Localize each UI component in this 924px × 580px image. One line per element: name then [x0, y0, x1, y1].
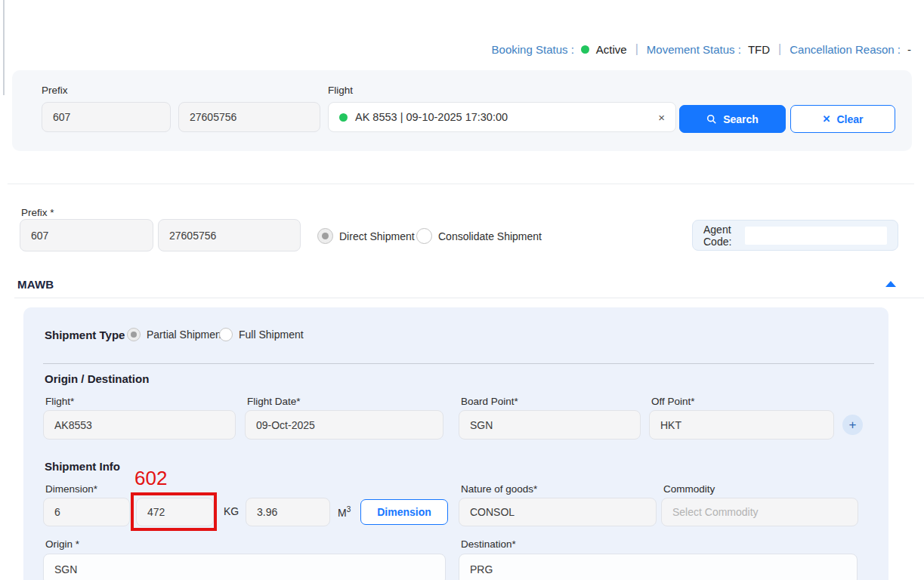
radio-unselected-icon [219, 328, 233, 341]
flight-select-value: AK 8553 | 09-10-2025 17:30:00 [355, 111, 508, 123]
flight-date-label: Flight Date* [247, 396, 301, 407]
search-flight-label: Flight [328, 85, 353, 96]
search-button-label: Search [723, 113, 759, 125]
consolidate-shipment-label: Consolidate Shipment [438, 230, 542, 242]
search-icon [706, 114, 717, 125]
shipment-type-label: Shipment Type [45, 329, 125, 341]
radio-unselected-icon [416, 228, 432, 244]
agent-code-label: Agent Code: [703, 224, 739, 248]
movement-status-label: Movement Status : [647, 43, 741, 56]
dimension-button-label: Dimension [377, 506, 431, 518]
booking-status-bar: Booking Status : Active | Movement Statu… [492, 42, 911, 56]
search-panel: Prefix Flight AK 8553 | 09-10-2025 17:30… [12, 70, 912, 151]
flight-date-input[interactable] [245, 410, 443, 440]
clear-icon: ✕ [823, 113, 831, 125]
origin-input[interactable] [43, 554, 446, 580]
collapse-up-icon[interactable] [885, 281, 896, 287]
dimension-button[interactable]: Dimension [360, 499, 448, 525]
nature-of-goods-label: Nature of goods* [461, 483, 537, 495]
booking-status-dot-icon [581, 45, 589, 54]
agent-code-input[interactable] [745, 227, 887, 245]
off-point-input[interactable] [649, 410, 834, 440]
shipment-info-heading: Shipment Info [45, 460, 120, 473]
destination-input[interactable] [459, 554, 858, 580]
status-separator: | [777, 42, 783, 56]
search-prefix-number-input[interactable] [178, 102, 320, 132]
section-divider [8, 184, 914, 184]
clear-button-label: Clear [836, 113, 863, 125]
full-shipment-radio[interactable]: Full Shipment [219, 328, 304, 341]
weight-input[interactable] [136, 498, 214, 526]
board-point-label: Board Point* [461, 396, 518, 407]
flight-input[interactable] [43, 410, 236, 440]
direct-shipment-label: Direct Shipment [339, 230, 415, 242]
origin-destination-heading: Origin / Destination [45, 372, 149, 385]
cancellation-reason-label: Cancellation Reason : [790, 43, 901, 56]
full-shipment-label: Full Shipment [239, 329, 304, 341]
board-point-input[interactable] [459, 410, 641, 440]
search-button[interactable]: Search [679, 105, 786, 133]
page-edge-line [3, 0, 5, 95]
search-prefix-label: Prefix [42, 85, 68, 96]
add-route-button[interactable]: + [842, 415, 863, 435]
mawb-section-title: MAWB [17, 278, 54, 291]
direct-shipment-radio[interactable]: Direct Shipment [317, 228, 415, 244]
weight-unit-label: KG [224, 505, 239, 517]
awb-prefix-label: Prefix * [21, 207, 54, 218]
partial-shipment-label: Partial Shipment [147, 329, 224, 341]
mawb-panel: Shipment Type Partial Shipment Full Ship… [23, 307, 888, 580]
cancellation-reason-value: - [907, 43, 911, 56]
booking-status-value: Active [596, 43, 627, 56]
commodity-select[interactable] [661, 498, 858, 526]
partial-shipment-radio[interactable]: Partial Shipment [127, 328, 224, 341]
volume-input[interactable] [246, 498, 330, 526]
radio-selected-icon [317, 228, 333, 244]
awb-prefix-code-input[interactable] [20, 219, 153, 251]
flight-select[interactable]: AK 8553 | 09-10-2025 17:30:00 × [328, 102, 676, 132]
mawb-header-divider [14, 298, 924, 298]
consolidate-shipment-radio[interactable]: Consolidate Shipment [416, 228, 542, 244]
commodity-label: Commodity [663, 483, 715, 495]
volume-unit-label: M3 [338, 505, 351, 519]
pieces-input[interactable] [43, 498, 130, 526]
destination-label: Destination* [461, 538, 516, 550]
agent-code-box: Agent Code: [692, 220, 898, 251]
clear-button[interactable]: ✕ Clear [790, 105, 895, 133]
dimension-label: Dimension* [45, 483, 97, 495]
flight-status-dot-icon [339, 113, 348, 122]
radio-selected-icon [127, 328, 141, 341]
booking-status-label: Booking Status : [492, 43, 574, 56]
off-point-label: Off Point* [651, 396, 695, 407]
search-prefix-code-input[interactable] [42, 102, 171, 132]
status-separator: | [634, 42, 640, 56]
origin-label: Origin * [45, 538, 79, 550]
flight-clear-icon[interactable]: × [658, 111, 665, 124]
panel-divider [43, 363, 874, 364]
flight-field-label: Flight* [45, 396, 74, 407]
nature-of-goods-input[interactable] [459, 498, 657, 526]
awb-prefix-number-input[interactable] [158, 219, 301, 251]
movement-status-value: TFD [748, 43, 770, 56]
